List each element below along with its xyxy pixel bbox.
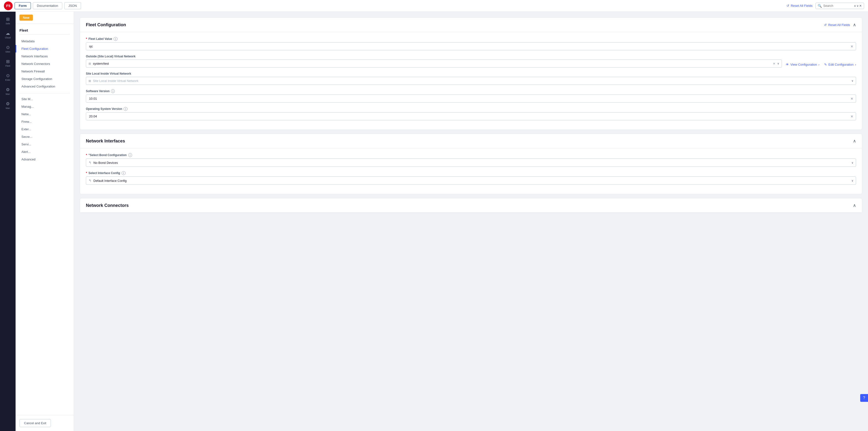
left-panel-item-sites[interactable]: ⊙ Sites — [2, 43, 13, 55]
software-version-info-icon[interactable]: i — [111, 89, 115, 93]
sidebar-item-storage-configuration[interactable]: Storage Configuration — [16, 75, 74, 82]
sidebar-item-advanced-configuration[interactable]: Advanced Configuration — [16, 82, 74, 90]
sidebar-sub-netw: Netw... — [16, 110, 74, 118]
fleet-configuration-card: Fleet Configuration ↺ Reset All Fields ∧… — [80, 18, 862, 130]
sidebar-divider — [20, 34, 70, 35]
fleet-reset-link[interactable]: ↺ Reset All Fields — [824, 23, 850, 27]
left-panel-item-manage1[interactable]: ⚙ Man — [2, 85, 13, 97]
fleet-icon: ⊞ — [3, 59, 13, 64]
interface-config-info-icon[interactable]: i — [122, 171, 126, 175]
fleet-configuration-collapse[interactable]: ∧ — [853, 22, 856, 28]
edit-configuration-link[interactable]: ✎ Edit Configuration › — [824, 63, 856, 66]
network-interfaces-collapse[interactable]: ∧ — [853, 138, 856, 144]
cancel-exit-button[interactable]: Cancel and Exit — [20, 419, 51, 427]
fleet-configuration-header: Fleet Configuration ↺ Reset All Fields ∧ — [80, 18, 862, 32]
tab-json[interactable]: JSON — [64, 2, 81, 9]
sidebar-title: Fleet — [20, 28, 70, 32]
bond-configuration-icon: ↰ — [89, 161, 91, 165]
sidebar-item-network-interfaces[interactable]: Network Interfaces — [16, 53, 74, 60]
fleet-configuration-body: * Fleet Label Value i ✕ Outside (Site Lo… — [80, 32, 862, 130]
sidebar-top: New — [16, 12, 74, 24]
edit-icon: ✎ — [824, 63, 827, 66]
interface-config-label: * Select Interface Config i — [86, 171, 856, 175]
sidebar-item-network-firewall[interactable]: Network Firewall — [16, 68, 74, 75]
os-version-clear[interactable]: ✕ — [848, 113, 856, 119]
view-icon: 👁 — [786, 63, 789, 66]
os-version-input[interactable] — [86, 112, 848, 120]
fleet-label-value-input-wrapper: ✕ — [86, 42, 856, 50]
search-input[interactable] — [823, 4, 852, 7]
network-connectors-card: Network Connectors ∧ — [80, 198, 862, 213]
new-button[interactable]: New — [20, 14, 33, 21]
sidebar-sub-servi: Servi... — [16, 140, 74, 148]
search-box[interactable]: 🔍 ∧ ∨ ✕ — [815, 3, 864, 9]
network-connectors-collapse[interactable]: ∧ — [853, 203, 856, 208]
interface-config-group: * Select Interface Config i ↰ Default In… — [86, 171, 856, 185]
sidebar-item-network-connectors[interactable]: Network Connectors — [16, 60, 74, 68]
outside-virtual-network-value: system/test — [93, 62, 771, 65]
left-panel-item-manage2[interactable]: ⚙ Man — [2, 99, 13, 111]
sidebar: New Fleet Metadata Fleet Configuration N… — [16, 12, 74, 431]
search-close-button[interactable]: ✕ — [859, 4, 862, 7]
outside-virtual-network-clear[interactable]: ✕ — [773, 62, 775, 65]
software-version-label: Software Version i — [86, 89, 856, 93]
main-content: Fleet Configuration ↺ Reset All Fields ∧… — [74, 12, 868, 431]
manage1-icon: ⚙ — [3, 87, 13, 92]
site-local-inside-vn-icon: ⊞ — [89, 79, 91, 82]
sidebar-item-metadata[interactable]: Metadata — [16, 37, 74, 45]
interface-config-select[interactable]: ↰ Default Interface Config ∨ — [86, 176, 856, 185]
sidebar-sub-manage: Manag... — [16, 103, 74, 110]
sidebar-bottom-actions: Cancel and Exit — [16, 415, 74, 431]
interface-config-icon: ↰ — [89, 179, 91, 183]
tab-documentation[interactable]: Documentation — [33, 2, 62, 9]
software-version-clear[interactable]: ✕ — [848, 96, 856, 102]
site-local-inside-vn-placeholder: Site Local Inside Virtual Network — [93, 79, 849, 82]
bond-configuration-group: * "Select Bond Configuration i ↰ No Bond… — [86, 153, 856, 167]
fleet-label-value-clear[interactable]: ✕ — [848, 43, 856, 49]
help-button[interactable]: ? — [860, 394, 868, 402]
left-panel-item-cloud[interactable]: ☁ Cloud — [2, 29, 13, 41]
left-panel-item-extern[interactable]: ⊙ Exter — [2, 71, 13, 83]
sidebar-sub-firew: Firew... — [16, 118, 74, 126]
manage2-icon: ⚙ — [3, 101, 13, 106]
fleet-label-value-input[interactable] — [86, 42, 848, 50]
sidebar-sub-secre: Secre... — [16, 133, 74, 140]
outside-virtual-network-actions: 👁 View Configuration › ✎ Edit Configurat… — [786, 63, 856, 66]
topbar: F5 Form Documentation JSON ↺ Reset All F… — [0, 0, 868, 12]
interface-config-value: Default Interface Config — [93, 179, 849, 183]
network-interfaces-header: Network Interfaces ∧ — [80, 134, 862, 148]
bond-configuration-info-icon[interactable]: i — [128, 153, 132, 157]
sidebar-sub-exter: Exter... — [16, 126, 74, 133]
network-connectors-title: Network Connectors — [86, 203, 129, 208]
reset-all-fields-link[interactable]: ↺ Reset All Fields — [786, 4, 812, 7]
site-local-inside-vn-select[interactable]: ⊞ Site Local Inside Virtual Network ∨ — [86, 77, 856, 85]
outside-network-icon: ⊞ — [89, 62, 91, 65]
tab-form[interactable]: Form — [14, 2, 31, 9]
software-version-group: Software Version i ✕ — [86, 89, 856, 103]
software-version-input[interactable] — [86, 95, 848, 102]
sites-icon: ⊙ — [3, 45, 13, 50]
view-configuration-link[interactable]: 👁 View Configuration › — [786, 63, 819, 66]
bond-configuration-select[interactable]: ↰ No Bond Devices ∨ — [86, 159, 856, 167]
fleet-label-info-icon[interactable]: i — [114, 37, 118, 41]
interface-config-arrow: ∨ — [851, 179, 854, 182]
left-panel-item-fleet[interactable]: ⊞ Fleet — [2, 57, 13, 69]
os-version-info-icon[interactable]: i — [124, 107, 127, 111]
fleet-configuration-title: Fleet Configuration — [86, 22, 126, 28]
outside-virtual-network-select[interactable]: ⊞ system/test ✕ ∨ — [86, 60, 782, 68]
search-prev-button[interactable]: ∧ — [854, 4, 856, 7]
os-version-label: Operating System Version i — [86, 107, 856, 111]
sidebar-sub-alert: Alert... — [16, 148, 74, 156]
f5-logo: F5 — [4, 1, 13, 10]
sidebar-item-fleet-configuration[interactable]: Fleet Configuration — [16, 45, 74, 53]
grid-icon: ⊞ — [3, 16, 13, 22]
network-interfaces-body: * "Select Bond Configuration i ↰ No Bond… — [80, 148, 862, 194]
edit-chevron-right-icon: › — [855, 63, 856, 66]
bond-configuration-label: * "Select Bond Configuration i — [86, 153, 856, 157]
bond-configuration-arrow: ∨ — [851, 161, 854, 164]
reset-icon: ↺ — [786, 4, 789, 7]
left-panel-item-select[interactable]: ⊞ Sele — [2, 14, 13, 27]
site-local-inside-vn-group: Site Local Inside Virtual Network ⊞ Site… — [86, 72, 856, 85]
search-next-button[interactable]: ∨ — [857, 4, 859, 7]
outside-virtual-network-group: Outside (Site Local) Virtual Network ⊞ s… — [86, 55, 856, 68]
